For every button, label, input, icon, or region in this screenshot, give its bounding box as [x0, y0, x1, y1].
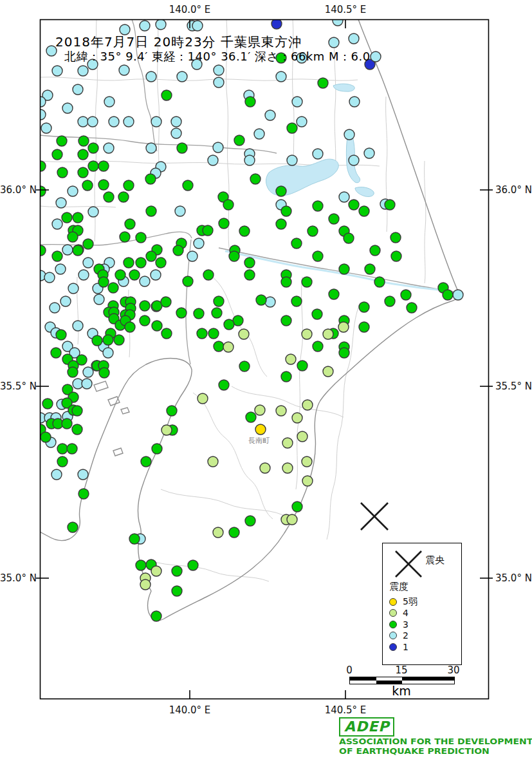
scalebar-tick-label: 15 [395, 664, 407, 676]
legend-item-intensity-3: 3 [389, 619, 417, 630]
station-dot-intensity-3 [161, 90, 172, 100]
station-dot-intensity-3 [118, 192, 129, 202]
station-dot-intensity-2 [187, 251, 197, 261]
station-dot-intensity-3 [313, 201, 323, 211]
station-dot-intensity-2 [50, 303, 60, 313]
station-dot-intensity-3 [203, 225, 213, 236]
station-dot-intensity-3 [68, 522, 78, 532]
station-dot-intensity-3 [72, 424, 82, 435]
axis-label-lat-left: 35.0° N [0, 572, 33, 584]
station-dot-intensity-3 [197, 328, 207, 339]
station-dot-intensity-2 [52, 66, 62, 76]
station-dot-intensity-3 [98, 180, 109, 190]
station-dot-intensity-3 [224, 319, 234, 330]
station-dot-intensity-3 [72, 406, 82, 416]
station-dot-intensity-2 [254, 129, 264, 139]
station-dot-intensity-3 [291, 296, 302, 306]
station-dot-intensity-3 [145, 174, 156, 184]
axis-label-lon-top: 140.5° E [325, 4, 367, 15]
legend-item-label: 2 [403, 630, 408, 641]
scalebar-tick-label: 30 [447, 664, 459, 676]
station-dot-intensity-3 [329, 289, 339, 299]
station-dot-intensity-2 [56, 198, 66, 208]
legend-item-label: 4 [403, 608, 408, 618]
station-dot-intensity-2 [124, 117, 134, 127]
station-dot-intensity-3 [307, 226, 318, 236]
station-dot-intensity-4 [338, 322, 349, 332]
station-dot-intensity-3 [297, 361, 307, 371]
station-dot-intensity-3 [140, 315, 150, 326]
station-dot-intensity-3 [291, 238, 302, 249]
legend-epicenter-label: 震央 [425, 554, 445, 567]
station-dot-intensity-3 [56, 330, 66, 340]
station-dot-intensity-2 [78, 270, 89, 280]
station-dot-intensity-3 [78, 489, 89, 499]
station-dot-intensity-4 [287, 514, 297, 525]
station-dot-intensity-3 [120, 232, 130, 242]
station-dot-intensity-3 [136, 258, 146, 268]
adep-logo-box: ADEP [339, 717, 394, 737]
station-dot-intensity-4 [151, 566, 161, 576]
station-dot-intensity-3 [239, 361, 250, 371]
station-dot-intensity-3 [152, 444, 162, 454]
station-dot-intensity-2 [73, 84, 83, 95]
station-dot-intensity-3 [115, 270, 125, 280]
station-dot-intensity-2 [78, 66, 88, 76]
station-dot-intensity-2 [194, 238, 204, 249]
station-dot-intensity-1 [271, 19, 282, 29]
station-dot-intensity-3 [104, 192, 114, 202]
station-dot-intensity-3 [244, 270, 255, 280]
station-dot-intensity-3 [88, 161, 98, 171]
station-dot-intensity-2 [55, 264, 66, 274]
station-dot-intensity-3 [359, 322, 369, 332]
station-dot-intensity-2 [214, 65, 224, 75]
axis-label-lon-bottom: 140.0° E [169, 704, 211, 716]
legend-swatch-icon [389, 609, 397, 617]
station-dot-intensity-3 [194, 308, 204, 319]
station-dot-intensity-2 [68, 283, 78, 294]
legend-items: 5弱4321 [389, 596, 417, 653]
legend-item-label: 3 [403, 619, 408, 630]
station-dot-intensity-3 [329, 214, 339, 224]
station-dot-intensity-2 [329, 37, 339, 48]
station-dot-intensity-2 [292, 97, 302, 107]
station-dot-intensity-3 [78, 136, 89, 146]
station-dot-intensity-3 [244, 258, 255, 268]
station-dot-intensity-3 [129, 270, 140, 280]
station-dot-intensity-4 [302, 476, 313, 486]
station-dot-intensity-2 [44, 272, 55, 283]
station-dot-intensity-3 [146, 206, 156, 216]
station-dot-intensity-4 [302, 329, 312, 339]
station-dot-intensity-3 [108, 283, 118, 293]
station-dot-intensity-3 [219, 380, 229, 390]
station-dot-intensity-2 [103, 348, 113, 358]
station-dot-intensity-3 [370, 245, 380, 256]
axis-label-lat-right: 35.5° N [495, 380, 532, 392]
seismic-intensity-map-page: 2018年7月7日 20時23分 千葉県東方沖 北緯：35° 9.4′ 東経：1… [0, 0, 532, 761]
station-dot-intensity-3 [82, 180, 93, 191]
station-dot-intensity-4 [282, 438, 293, 448]
station-dot-intensity-3 [92, 335, 102, 346]
legend-box: 震央 震度 5弱4321 [382, 543, 462, 665]
legend-item-intensity-1: 1 [389, 641, 417, 653]
station-dot-intensity-2 [349, 97, 360, 107]
station-dot-intensity-2 [177, 71, 187, 82]
station-dot-intensity-3 [359, 302, 369, 312]
lake-inba [355, 187, 374, 197]
station-dot-intensity-3 [88, 143, 98, 153]
station-dot-intensity-2 [297, 117, 307, 127]
station-dot-intensity-2 [244, 155, 255, 165]
station-dot-intensity-3 [161, 328, 172, 339]
axis-label-lat-right: 36.0° N [495, 184, 532, 196]
station-dot-intensity-3 [339, 264, 349, 274]
station-dot-intensity-2 [339, 192, 349, 202]
station-dot-intensity-3 [52, 251, 62, 261]
legend-item-label: 1 [403, 642, 408, 652]
station-dot-intensity-2 [151, 117, 161, 127]
station-dot-intensity-3 [281, 277, 291, 287]
station-dot-intensity-3 [214, 296, 224, 306]
adep-line2: OF EARTHQUAKE PREDICTION [339, 746, 532, 756]
station-dot-intensity-4 [297, 431, 307, 442]
station-dot-intensity-3 [125, 322, 135, 332]
station-dot-intensity-4 [282, 463, 293, 473]
